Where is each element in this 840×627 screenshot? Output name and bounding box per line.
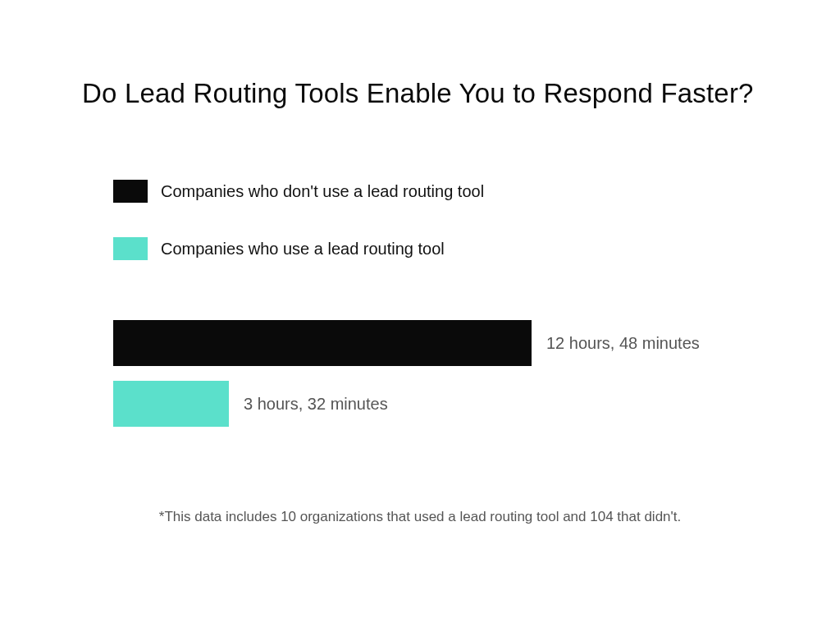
- bar-label-with-tool: 3 hours, 32 minutes: [244, 395, 388, 414]
- bar-label-no-tool: 12 hours, 48 minutes: [546, 334, 700, 353]
- bar-with-tool: [113, 381, 229, 427]
- chart-legend: Companies who don't use a lead routing t…: [113, 176, 484, 291]
- bar-group: 12 hours, 48 minutes 3 hours, 32 minutes: [113, 320, 737, 442]
- bar-row-with-tool: 3 hours, 32 minutes: [113, 381, 737, 427]
- legend-swatch-no-tool: [113, 180, 148, 203]
- legend-label-no-tool: Companies who don't use a lead routing t…: [161, 182, 484, 201]
- legend-swatch-with-tool: [113, 237, 148, 260]
- legend-label-with-tool: Companies who use a lead routing tool: [161, 240, 445, 259]
- chart-container: Do Lead Routing Tools Enable You to Resp…: [0, 0, 840, 627]
- legend-item-no-tool: Companies who don't use a lead routing t…: [113, 176, 484, 206]
- legend-item-with-tool: Companies who use a lead routing tool: [113, 234, 484, 263]
- chart-title: Do Lead Routing Tools Enable You to Resp…: [82, 78, 771, 109]
- bar-row-no-tool: 12 hours, 48 minutes: [113, 320, 737, 366]
- chart-footnote: *This data includes 10 organizations tha…: [0, 509, 840, 525]
- bar-no-tool: [113, 320, 532, 366]
